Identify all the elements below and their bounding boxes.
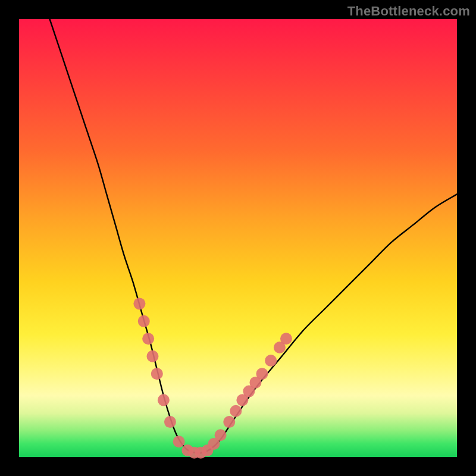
highlight-dots bbox=[133, 298, 292, 458]
highlight-dot bbox=[151, 368, 163, 380]
highlight-dot bbox=[158, 394, 170, 406]
watermark-text: TheBottleneck.com bbox=[347, 4, 470, 19]
highlight-dot bbox=[138, 315, 150, 327]
highlight-dot bbox=[280, 333, 292, 345]
highlight-dot bbox=[230, 405, 242, 417]
chart-svg bbox=[19, 19, 457, 457]
highlight-dot bbox=[142, 333, 154, 345]
highlight-dot bbox=[164, 416, 176, 428]
chart-frame: TheBottleneck.com bbox=[0, 0, 476, 476]
chart-plot-area bbox=[19, 19, 457, 457]
highlight-dot bbox=[133, 298, 145, 309]
highlight-dot bbox=[265, 355, 277, 367]
highlight-dot bbox=[215, 429, 227, 441]
highlight-dot bbox=[223, 416, 235, 428]
highlight-dot bbox=[256, 368, 268, 380]
highlight-dot bbox=[146, 350, 158, 362]
highlight-dot bbox=[173, 436, 185, 447]
